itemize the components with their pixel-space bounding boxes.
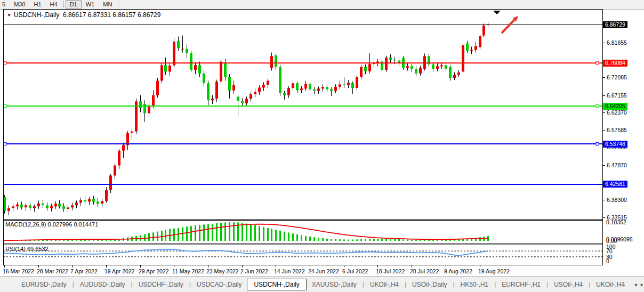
line-handle[interactable] bbox=[596, 62, 599, 64]
price-badge: 6.76084 bbox=[603, 60, 627, 67]
tab-eurchf-h1[interactable]: EURCHF-,H1 bbox=[496, 279, 546, 290]
candle-body bbox=[139, 101, 142, 108]
line-handle[interactable] bbox=[4, 143, 6, 145]
candle-body bbox=[287, 88, 290, 95]
mt4-window: 5M30H1H4D1W1MN ▼USDCNH-,Daily 6.86617 6.… bbox=[0, 0, 644, 292]
timeframe-button-h4[interactable]: H4 bbox=[46, 0, 62, 9]
candle-body bbox=[33, 206, 36, 208]
price-axis[interactable]: 6.816556.720856.671556.623706.575856.528… bbox=[603, 9, 644, 265]
pane-separator[interactable] bbox=[3, 245, 602, 245]
candle-body bbox=[436, 66, 439, 69]
candle-body bbox=[224, 63, 227, 77]
candle-body bbox=[482, 26, 485, 36]
candle-body bbox=[360, 67, 363, 77]
candle-body bbox=[300, 88, 303, 90]
candle-body bbox=[385, 58, 388, 70]
candle-body bbox=[160, 65, 163, 80]
candle-body bbox=[168, 66, 171, 72]
date-tick-label: 14 Jun 2022 bbox=[274, 268, 305, 274]
price-tick-mark bbox=[603, 112, 605, 113]
date-tick-label: 7 Apr 2022 bbox=[70, 268, 98, 274]
chart-border-right bbox=[602, 9, 603, 265]
candle-body bbox=[410, 66, 413, 69]
candle-body bbox=[258, 87, 261, 92]
candle-body bbox=[96, 201, 99, 204]
chart-tabs-bar: EURUSD-,Daily|AUDUSD-,Daily|USDCHF-,Dail… bbox=[0, 277, 644, 292]
tab-usdcad-daily[interactable]: USDCAD-,Daily bbox=[191, 279, 247, 290]
tab-eurusd-daily[interactable]: EURUSD-,Daily bbox=[16, 279, 72, 290]
tab-usoil-h4[interactable]: USOil-,H4 bbox=[549, 279, 588, 290]
candle-body bbox=[364, 67, 367, 71]
candle-body bbox=[131, 132, 133, 133]
line-handle[interactable] bbox=[4, 105, 6, 108]
candle-body bbox=[203, 74, 205, 83]
tab-usdchf-daily[interactable]: USDCHF-,Daily bbox=[133, 279, 189, 290]
candle-body bbox=[419, 68, 422, 74]
date-tick-label: 29 Apr 2022 bbox=[139, 268, 169, 274]
date-tick-label: 6 Jul 2022 bbox=[342, 268, 368, 274]
candle-body bbox=[415, 69, 417, 74]
candle-body bbox=[343, 84, 345, 85]
tab-ukoil-h4[interactable]: UKOil-,H4 bbox=[591, 279, 630, 290]
date-tick-label: 19 Aug 2022 bbox=[478, 268, 510, 274]
line-handle[interactable] bbox=[596, 143, 599, 145]
candle-body bbox=[445, 65, 447, 69]
horizontal-line-6.64205[interactable] bbox=[3, 105, 602, 108]
tab-xauusd-daily[interactable]: XAUUSD-,Daily bbox=[307, 279, 362, 290]
price-tick-mark bbox=[603, 165, 605, 166]
date-tick-mark bbox=[140, 265, 141, 267]
rsi-line bbox=[4, 249, 488, 255]
timeframe-button-mn[interactable]: MN bbox=[99, 0, 116, 9]
candle-body bbox=[215, 82, 218, 99]
timeframe-button-h1[interactable]: H1 bbox=[30, 0, 46, 9]
date-tick-mark bbox=[38, 265, 39, 267]
tab-audusd-daily[interactable]: AUDUSD-,Daily bbox=[75, 279, 131, 290]
candle-body bbox=[241, 101, 244, 103]
candle-body bbox=[326, 87, 328, 90]
horizontal-line-6.53748[interactable] bbox=[3, 143, 602, 145]
timeframe-button-w1[interactable]: W1 bbox=[82, 0, 99, 9]
pane-separator[interactable] bbox=[3, 244, 602, 244]
time-axis[interactable]: 16 Mar 202228 Mar 20227 Apr 202219 Apr 2… bbox=[0, 265, 644, 276]
candle-body bbox=[393, 60, 396, 60]
candle-body bbox=[211, 99, 214, 101]
tab-ukoil-h4[interactable]: UKOil-,H4 bbox=[365, 279, 404, 290]
main-price-pane bbox=[3, 9, 602, 219]
timeframe-button-5[interactable]: 5 bbox=[0, 0, 10, 9]
candle-body bbox=[462, 45, 464, 72]
tab-usdcnh-daily[interactable]: USDCNH-,Daily bbox=[247, 279, 306, 290]
date-tick-label: 19 Apr 2022 bbox=[104, 268, 135, 274]
price-badge: 6.64205 bbox=[603, 103, 627, 110]
candle-body bbox=[207, 83, 210, 100]
date-tick-mark bbox=[412, 265, 412, 267]
candle-body bbox=[262, 85, 265, 87]
candle-body bbox=[20, 205, 23, 207]
line-handle[interactable] bbox=[4, 62, 6, 64]
candle-body bbox=[54, 204, 57, 207]
candle-body bbox=[313, 90, 316, 91]
timeframe-button-m30[interactable]: M30 bbox=[10, 0, 29, 9]
price-tick-mark bbox=[603, 95, 605, 96]
price-tick-label: 6.81655 bbox=[607, 39, 627, 46]
candle-body bbox=[42, 204, 44, 205]
price-badge: 6.42581 bbox=[603, 181, 627, 188]
candle-body bbox=[296, 83, 299, 90]
candle-body bbox=[474, 46, 477, 50]
timeframe-button-d1[interactable]: D1 bbox=[66, 0, 82, 9]
candle-body bbox=[228, 77, 231, 91]
candle-body bbox=[449, 67, 452, 78]
price-tick-mark bbox=[603, 77, 605, 78]
tab-hk50-h1[interactable]: HK50-,H1 bbox=[455, 279, 494, 290]
candle-body bbox=[453, 75, 456, 78]
timeframe-toolbar: 5M30H1H4D1W1MN bbox=[0, 0, 644, 10]
pane-separator[interactable] bbox=[3, 219, 602, 220]
date-tick-mark bbox=[242, 265, 243, 267]
tab-scroll-arrows[interactable]: ◄► bbox=[633, 282, 644, 287]
candle-body bbox=[237, 96, 239, 101]
pane-separator[interactable] bbox=[3, 220, 602, 221]
line-handle[interactable] bbox=[596, 105, 599, 108]
tab-usoil-daily[interactable]: USOil-,Daily bbox=[407, 279, 452, 290]
date-tick-mark bbox=[310, 265, 310, 267]
horizontal-line-6.76084[interactable] bbox=[3, 62, 602, 64]
candle-body bbox=[479, 36, 481, 47]
